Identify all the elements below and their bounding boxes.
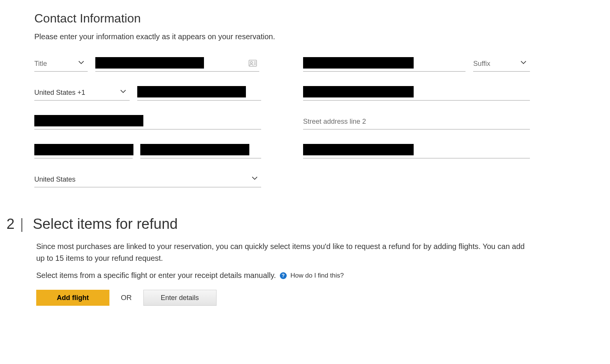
info-icon[interactable]: ?: [280, 272, 287, 279]
step-divider: |: [20, 216, 24, 232]
refund-description: Since most purchases are linked to your …: [36, 241, 532, 264]
last-name-input[interactable]: [303, 56, 466, 72]
contact-card-icon: [249, 60, 257, 68]
postal-code-input[interactable]: [303, 143, 530, 158]
phone-number-input[interactable]: [137, 85, 261, 101]
city-input[interactable]: [34, 143, 133, 158]
svg-point-1: [250, 61, 252, 63]
enter-details-button[interactable]: Enter details: [143, 290, 217, 306]
suffix-select[interactable]: Suffix: [473, 56, 530, 72]
add-flight-button[interactable]: Add flight: [36, 290, 109, 306]
first-name-input[interactable]: [95, 56, 259, 72]
title-select[interactable]: Title: [34, 56, 88, 72]
suffix-placeholder: Suffix: [473, 60, 490, 68]
title-placeholder: Title: [34, 60, 47, 68]
step-number: 2: [6, 216, 14, 232]
country-select[interactable]: United States: [34, 172, 261, 187]
country-value: United States: [34, 176, 75, 184]
refund-instruction: Select items from a specific flight or e…: [36, 271, 276, 280]
email-input[interactable]: [303, 85, 530, 101]
refund-section-heading: Select items for refund: [33, 216, 178, 232]
contact-form: Title: [34, 56, 576, 187]
street-address-2-input[interactable]: Street address line 2: [303, 114, 530, 129]
state-input[interactable]: [140, 143, 261, 158]
street-address-2-placeholder: Street address line 2: [303, 118, 366, 126]
phone-country-code-value: United States +1: [34, 89, 85, 97]
phone-country-code-select[interactable]: United States +1: [34, 85, 130, 101]
chevron-down-icon: [519, 58, 528, 68]
chevron-down-icon: [250, 174, 259, 184]
contact-info-heading: Contact Information: [34, 11, 576, 26]
chevron-down-icon: [77, 58, 85, 68]
street-address-1-input[interactable]: [34, 114, 261, 129]
or-separator: OR: [121, 294, 132, 302]
contact-info-subtext: Please enter your information exactly as…: [34, 32, 576, 41]
how-do-i-find-this-link[interactable]: How do I find this?: [291, 272, 344, 279]
chevron-down-icon: [119, 87, 127, 97]
